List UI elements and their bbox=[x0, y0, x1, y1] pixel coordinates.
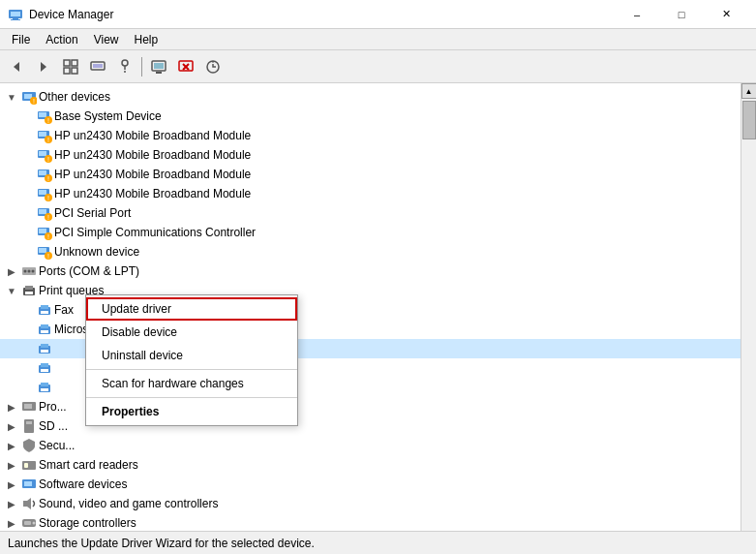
svg-rect-81 bbox=[24, 404, 32, 409]
tree-item-pci-serial[interactable]: ! PCI Serial Port bbox=[0, 203, 741, 223]
svg-rect-66 bbox=[41, 305, 48, 309]
icon-hp2: ! bbox=[37, 147, 52, 163]
svg-text:!: ! bbox=[33, 98, 35, 105]
toolbar-uninstall[interactable] bbox=[173, 54, 198, 79]
toolbar-update-driver[interactable] bbox=[85, 54, 110, 79]
label-sd: SD ... bbox=[39, 419, 68, 433]
scrollbar-thumb[interactable] bbox=[742, 101, 756, 139]
minimize-button[interactable]: – bbox=[615, 3, 659, 26]
tree-item-ports[interactable]: ▶ Ports (COM & LPT) bbox=[0, 262, 741, 281]
icon-fax bbox=[37, 302, 52, 318]
tree-item-pci-simple[interactable]: ! PCI Simple Communications Controller bbox=[0, 223, 741, 242]
icon-base-system: ! bbox=[37, 108, 52, 124]
expand-storage[interactable]: ▶ bbox=[4, 515, 19, 531]
icon-ports bbox=[21, 263, 37, 279]
svg-rect-11 bbox=[93, 64, 103, 68]
expand-smart-card[interactable]: ▶ bbox=[4, 457, 19, 473]
icon-storage bbox=[21, 515, 37, 531]
icon-printer-3 bbox=[37, 341, 52, 356]
expand-security[interactable]: ▶ bbox=[4, 438, 19, 453]
expand-other-devices[interactable]: ▼ bbox=[4, 89, 19, 105]
tree-item-hp3[interactable]: ! HP un2430 Mobile Broadband Module bbox=[0, 165, 741, 184]
expand-print-queues[interactable]: ▼ bbox=[4, 283, 19, 298]
svg-rect-55 bbox=[39, 248, 46, 253]
tree-view[interactable]: ▼ ! Other devices ! bbox=[0, 83, 741, 531]
svg-rect-72 bbox=[41, 344, 48, 348]
icon-smart-card bbox=[21, 457, 37, 473]
expand-ports[interactable]: ▶ bbox=[4, 263, 19, 279]
svg-rect-76 bbox=[41, 369, 48, 372]
tree-item-unknown[interactable]: ! Unknown device bbox=[0, 242, 741, 262]
tree-item-base-system[interactable]: ! Base System Device bbox=[0, 107, 741, 126]
tree-item-hp2[interactable]: ! HP un2430 Mobile Broadband Module bbox=[0, 145, 741, 165]
ctx-separator-1 bbox=[86, 369, 297, 370]
svg-point-14 bbox=[124, 71, 126, 73]
svg-rect-70 bbox=[41, 330, 48, 333]
svg-rect-73 bbox=[41, 350, 48, 353]
label-security: Secu... bbox=[39, 439, 75, 452]
svg-text:!: ! bbox=[47, 156, 49, 163]
menu-view[interactable]: View bbox=[86, 31, 127, 48]
label-smart-card: Smart card readers bbox=[39, 458, 138, 472]
toolbar-help[interactable] bbox=[112, 54, 137, 79]
scrollbar-track: ▲ bbox=[741, 83, 756, 531]
toolbar-sep-1 bbox=[141, 57, 142, 77]
tree-item-security[interactable]: ▶ Secu... bbox=[0, 436, 741, 455]
icon-printer-5 bbox=[37, 380, 52, 395]
svg-text:!: ! bbox=[47, 137, 49, 143]
label-sound: Sound, video and game controllers bbox=[39, 497, 218, 510]
toolbar-show-properties[interactable] bbox=[58, 54, 83, 79]
svg-rect-87 bbox=[24, 481, 32, 486]
toolbar-back[interactable] bbox=[4, 54, 29, 79]
tree-item-hp4[interactable]: ! HP un2430 Mobile Broadband Module bbox=[0, 184, 741, 203]
label-base-system: Base System Device bbox=[54, 109, 162, 123]
toolbar-forward[interactable] bbox=[31, 54, 56, 79]
window-controls: – □ ✕ bbox=[615, 3, 748, 26]
svg-rect-79 bbox=[41, 388, 48, 391]
ctx-separator-2 bbox=[86, 397, 297, 398]
icon-hp1: ! bbox=[37, 128, 52, 143]
tree-item-storage[interactable]: ▶ Storage controllers bbox=[0, 513, 741, 531]
menu-help[interactable]: Help bbox=[127, 31, 166, 48]
svg-rect-6 bbox=[64, 60, 70, 66]
toolbar-device-list[interactable] bbox=[146, 54, 171, 79]
expand-sd[interactable]: ▶ bbox=[4, 418, 19, 434]
svg-text:!: ! bbox=[47, 195, 49, 201]
tree-item-sound[interactable]: ▶ Sound, video and game controllers bbox=[0, 494, 741, 513]
expand-pro[interactable]: ▶ bbox=[4, 399, 19, 415]
tree-item-software-devices[interactable]: ▶ Software devices bbox=[0, 475, 741, 494]
ctx-scan-hardware[interactable]: Scan for hardware changes bbox=[86, 372, 297, 395]
label-hp3: HP un2430 Mobile Broadband Module bbox=[54, 168, 251, 181]
window-title: Device Manager bbox=[29, 8, 113, 21]
ctx-properties[interactable]: Properties bbox=[86, 400, 297, 423]
svg-marker-5 bbox=[41, 62, 46, 72]
toolbar-scan[interactable] bbox=[200, 54, 226, 79]
svg-rect-85 bbox=[24, 463, 28, 468]
toolbar bbox=[0, 50, 756, 83]
ctx-update-driver[interactable]: Update driver bbox=[86, 297, 297, 321]
ctx-uninstall-device[interactable]: Uninstall device bbox=[86, 344, 297, 367]
menu-action[interactable]: Action bbox=[38, 31, 85, 48]
icon-software-devices bbox=[21, 477, 37, 492]
expand-sound[interactable]: ▶ bbox=[4, 496, 19, 511]
svg-point-12 bbox=[122, 60, 128, 66]
tree-item-smart-card[interactable]: ▶ Smart card readers bbox=[0, 455, 741, 475]
svg-rect-67 bbox=[41, 311, 48, 314]
icon-security bbox=[21, 438, 37, 453]
svg-rect-27 bbox=[39, 112, 46, 117]
menu-file[interactable]: File bbox=[4, 31, 38, 48]
tree-item-other-devices[interactable]: ▼ ! Other devices bbox=[0, 87, 741, 107]
icon-sound bbox=[21, 496, 37, 511]
tree-item-hp1[interactable]: ! HP un2430 Mobile Broadband Module bbox=[0, 126, 741, 145]
status-bar: Launches the Update Driver Wizard for th… bbox=[0, 531, 756, 554]
svg-point-61 bbox=[32, 270, 35, 273]
maximize-button[interactable]: □ bbox=[659, 3, 704, 26]
expand-software-devices[interactable]: ▶ bbox=[4, 477, 19, 492]
close-button[interactable]: ✕ bbox=[704, 3, 748, 26]
ctx-disable-device[interactable]: Disable device bbox=[86, 321, 297, 344]
svg-point-90 bbox=[33, 522, 36, 525]
svg-rect-35 bbox=[39, 151, 46, 156]
title-bar-left: Device Manager bbox=[8, 7, 113, 22]
svg-text:!: ! bbox=[47, 253, 49, 260]
scrollbar-up[interactable]: ▲ bbox=[741, 83, 757, 99]
